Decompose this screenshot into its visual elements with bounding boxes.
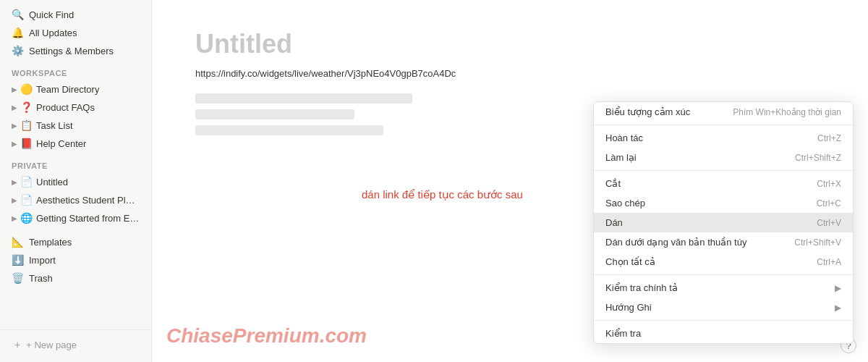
menu-arrow-spell-check: ▶ — [835, 283, 841, 293]
sidebar-nav-settings[interactable]: ⚙️Settings & Members — [3, 42, 148, 59]
menu-arrow-writing-tools: ▶ — [835, 303, 841, 313]
menu-label-emoji: Biểu tượng cảm xúc — [605, 106, 721, 117]
sidebar-nav-all-updates[interactable]: 🔔All Updates — [3, 24, 148, 41]
context-menu-item-emoji[interactable]: Biểu tượng cảm xúcPhím Win+Khoảng thời g… — [594, 102, 853, 122]
bottom-label-trash: Trash — [29, 273, 53, 284]
private-item-aesthetics[interactable]: ▶📄Aesthetics Student Plan... — [3, 191, 148, 209]
page-lines — [195, 93, 412, 135]
nav-icon-quick-find: 🔍 — [12, 9, 23, 20]
workspace-item-help-center[interactable]: ▶📕Help Center — [3, 135, 148, 152]
expand-icon: ▶ — [12, 178, 17, 186]
nav-label-quick-find: Quick Find — [29, 9, 74, 20]
page-line-2 — [195, 109, 354, 119]
page-title: Untitled — [195, 29, 292, 59]
bottom-icon-trash: 🗑️ — [12, 272, 23, 284]
plus-icon: + — [14, 339, 20, 350]
menu-shortcut-emoji: Phím Win+Khoảng thời gian — [733, 107, 841, 117]
label-team-directory: Team Directory — [36, 84, 99, 95]
new-page-label: + New page — [26, 340, 77, 350]
menu-label-select-all: Chọn tất cả — [605, 256, 805, 267]
menu-label-writing-tools: Hướng Ghi — [605, 302, 835, 313]
emoji-task-list: 📋 — [20, 119, 32, 131]
nav-label-all-updates: All Updates — [29, 28, 77, 38]
label-help-center: Help Center — [36, 138, 86, 149]
bottom-item-trash[interactable]: 🗑️Trash — [3, 269, 148, 287]
nav-label-settings: Settings & Members — [29, 46, 114, 56]
label-aesthetics: Aesthetics Student Plan... — [36, 195, 140, 206]
bottom-icon-import: ⬇️ — [12, 254, 23, 266]
label-task-list: Task List — [36, 120, 73, 131]
workspace-item-task-list[interactable]: ▶📋Task List — [3, 117, 148, 134]
bottom-icon-templates: 📐 — [12, 236, 23, 248]
emoji-help-center: 📕 — [20, 138, 32, 149]
page-line-1 — [195, 93, 412, 104]
context-menu-divider — [594, 125, 853, 125]
label-getting-started: Getting Started from Ev... — [36, 213, 140, 224]
bottom-item-templates[interactable]: 📐Templates — [3, 233, 148, 251]
label-untitled: Untitled — [36, 177, 68, 188]
emoji-getting-started: 🌐 — [20, 212, 32, 224]
menu-label-cut: Cắt — [605, 178, 805, 189]
page-url: https://indify.co/widgets/live/weather/V… — [195, 68, 456, 79]
annotation-container: dán link để tiếp tục các bước sau — [362, 188, 523, 201]
menu-label-copy: Sao chép — [605, 198, 805, 209]
menu-shortcut-select-all: Ctrl+A — [817, 257, 841, 267]
workspace-item-product-faqs[interactable]: ▶❓Product FAQs — [3, 98, 148, 116]
menu-label-paste: Dán — [605, 217, 805, 228]
context-menu-item-paste[interactable]: DánCtrl+V — [594, 213, 853, 232]
new-page-button[interactable]: + + New page — [6, 336, 145, 353]
context-menu: Biểu tượng cảm xúcPhím Win+Khoảng thời g… — [593, 101, 854, 344]
main-content: Untitled https://indify.co/widgets/live/… — [152, 0, 868, 362]
emoji-product-faqs: ❓ — [20, 101, 32, 113]
context-menu-divider — [594, 170, 853, 171]
annotation-text: dán link để tiếp tục các bước sau — [362, 188, 523, 201]
page-line-3 — [195, 125, 383, 135]
sidebar: 🔍Quick Find🔔All Updates⚙️Settings & Memb… — [0, 0, 152, 362]
menu-shortcut-copy: Ctrl+C — [817, 198, 841, 209]
menu-label-paste-plain: Dán dưới dạng văn bản thuần túy — [605, 237, 783, 248]
menu-shortcut-cut: Ctrl+X — [817, 179, 841, 189]
expand-icon: ▶ — [12, 214, 17, 222]
private-item-untitled[interactable]: ▶📄Untitled — [3, 173, 148, 190]
nav-icon-settings: ⚙️ — [12, 45, 23, 56]
menu-label-redo: Làm lại — [605, 152, 783, 163]
emoji-team-directory: 🟡 — [20, 83, 32, 95]
menu-label-inspect: Kiểm tra — [605, 328, 841, 339]
private-label: PRIVATE — [0, 153, 151, 173]
context-menu-divider — [594, 320, 853, 321]
expand-icon: ▶ — [12, 85, 17, 93]
context-menu-item-cut[interactable]: CắtCtrl+X — [594, 174, 853, 193]
bottom-label-templates: Templates — [29, 237, 72, 248]
sidebar-bottom: + + New page — [0, 329, 151, 356]
expand-icon: ▶ — [12, 122, 17, 130]
emoji-untitled: 📄 — [20, 176, 32, 188]
nav-icon-all-updates: 🔔 — [12, 27, 23, 38]
context-menu-item-writing-tools[interactable]: Hướng Ghi▶ — [594, 298, 853, 317]
label-product-faqs: Product FAQs — [36, 102, 95, 113]
bottom-label-import: Import — [29, 255, 56, 266]
menu-label-undo: Hoàn tác — [605, 132, 806, 143]
sidebar-nav-quick-find[interactable]: 🔍Quick Find — [3, 6, 148, 23]
menu-shortcut-undo: Ctrl+Z — [817, 133, 841, 143]
context-menu-item-inspect[interactable]: Kiểm tra — [594, 324, 853, 343]
context-menu-item-redo[interactable]: Làm lạiCtrl+Shift+Z — [594, 148, 853, 167]
watermark: ChiasePremium.com — [166, 324, 367, 348]
context-menu-divider — [594, 274, 853, 275]
workspace-label: WORKSPACE — [0, 60, 151, 80]
context-menu-item-undo[interactable]: Hoàn tácCtrl+Z — [594, 128, 853, 148]
emoji-aesthetics: 📄 — [20, 194, 32, 206]
private-item-getting-started[interactable]: ▶🌐Getting Started from Ev... — [3, 209, 148, 227]
expand-icon: ▶ — [12, 140, 17, 148]
context-menu-item-spell-check[interactable]: Kiểm tra chính tả▶ — [594, 278, 853, 298]
workspace-item-team-directory[interactable]: ▶🟡Team Directory — [3, 80, 148, 98]
menu-shortcut-paste-plain: Ctrl+Shift+V — [794, 237, 841, 248]
context-menu-item-paste-plain[interactable]: Dán dưới dạng văn bản thuần túyCtrl+Shif… — [594, 232, 853, 252]
expand-icon: ▶ — [12, 104, 17, 111]
bottom-item-import[interactable]: ⬇️Import — [3, 251, 148, 269]
context-menu-item-copy[interactable]: Sao chépCtrl+C — [594, 193, 853, 213]
menu-shortcut-redo: Ctrl+Shift+Z — [795, 153, 841, 163]
menu-shortcut-paste: Ctrl+V — [817, 218, 841, 228]
context-menu-item-select-all[interactable]: Chọn tất cảCtrl+A — [594, 252, 853, 272]
expand-icon: ▶ — [12, 196, 17, 204]
menu-label-spell-check: Kiểm tra chính tả — [605, 282, 835, 293]
